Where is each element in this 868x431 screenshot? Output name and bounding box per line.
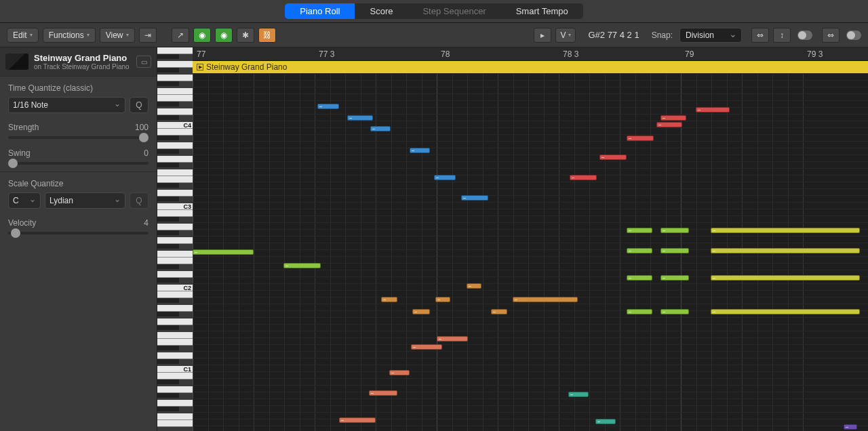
- automation-icon[interactable]: ↗: [172, 28, 189, 43]
- midi-note[interactable]: [193, 249, 254, 255]
- quantize-value-select[interactable]: 1/16 Note: [8, 97, 125, 113]
- quantize-button[interactable]: Q: [130, 97, 149, 113]
- chevron-down-icon: ▾: [30, 32, 33, 38]
- midi-note[interactable]: [660, 309, 689, 314]
- snap-select[interactable]: Division: [679, 28, 742, 43]
- midi-note[interactable]: [627, 228, 652, 233]
- velocity-label: Velocity: [8, 218, 36, 228]
- tool-select-label: V: [560, 30, 566, 40]
- bar-ruler[interactable]: 7777 37878 37979 3: [193, 47, 868, 61]
- midi-note[interactable]: [389, 370, 410, 375]
- midi-note[interactable]: [711, 309, 860, 314]
- functions-menu-label: Functions: [49, 30, 84, 40]
- midi-note[interactable]: [627, 136, 654, 141]
- midi-note[interactable]: [570, 175, 597, 180]
- midi-note[interactable]: [370, 126, 391, 131]
- midi-note[interactable]: [711, 248, 860, 253]
- edit-menu[interactable]: Edit▾: [7, 28, 39, 43]
- midi-note[interactable]: [513, 297, 578, 302]
- midi-in-icon[interactable]: ◉: [193, 28, 211, 43]
- velocity-slider[interactable]: [8, 232, 149, 234]
- midi-note[interactable]: [627, 309, 652, 314]
- tab-score[interactable]: Score: [355, 3, 408, 19]
- chevron-down-icon: ▾: [126, 32, 129, 38]
- midi-note[interactable]: [568, 392, 589, 397]
- midi-note[interactable]: [283, 263, 321, 268]
- swing-slider[interactable]: [8, 162, 149, 165]
- scale-mode-select[interactable]: Lydian: [45, 192, 125, 209]
- scale-quantize-button[interactable]: Q: [130, 192, 149, 209]
- midi-note[interactable]: [627, 275, 652, 281]
- midi-note[interactable]: [317, 104, 339, 109]
- zoom-vertical-icon[interactable]: ↕: [773, 28, 791, 43]
- ruler-mark: 79 3: [807, 49, 823, 59]
- piano-keyboard[interactable]: C4C3C2C1: [157, 47, 193, 431]
- functions-menu[interactable]: Functions▾: [43, 28, 96, 43]
- note-grid[interactable]: 7777 37878 37979 3 ▶ Steinway Grand Pian…: [193, 47, 868, 431]
- midi-note[interactable]: [491, 309, 507, 314]
- midi-note[interactable]: [467, 283, 481, 289]
- midi-note[interactable]: [339, 417, 376, 423]
- track-header: Steinway Grand Piano on Track Steinway G…: [0, 47, 157, 77]
- ruler-mark: 78: [441, 49, 450, 59]
- midi-note[interactable]: [656, 122, 682, 127]
- midi-note[interactable]: [411, 344, 442, 350]
- tab-step-sequencer[interactable]: Step Sequencer: [408, 3, 500, 19]
- tab-piano-roll[interactable]: Piano Roll: [285, 3, 355, 19]
- view-menu[interactable]: View▾: [100, 28, 135, 43]
- midi-note[interactable]: [711, 275, 860, 281]
- strength-slider[interactable]: [8, 136, 149, 139]
- midi-note[interactable]: [844, 424, 857, 430]
- midi-note[interactable]: [381, 297, 397, 302]
- velocity-value: 4: [144, 218, 149, 228]
- midi-note[interactable]: [434, 175, 456, 180]
- tab-smart-tempo[interactable]: Smart Tempo: [501, 3, 583, 19]
- scale-quantize-label: Scale Quantize: [8, 179, 149, 188]
- midi-note[interactable]: [660, 115, 686, 121]
- swing-label: Swing: [8, 148, 31, 158]
- midi-note[interactable]: [711, 228, 860, 233]
- midi-note[interactable]: [410, 148, 430, 153]
- midi-note[interactable]: [696, 107, 730, 112]
- vertical-zoom-slider[interactable]: [797, 30, 812, 40]
- ruler-mark: 77 3: [319, 49, 334, 59]
- midi-note[interactable]: [660, 248, 689, 253]
- zoom-horizontal-icon[interactable]: ⇔: [751, 28, 769, 43]
- grid-canvas[interactable]: [193, 73, 868, 431]
- link-icon[interactable]: ⛓: [258, 28, 276, 43]
- midi-note[interactable]: [435, 297, 450, 302]
- scale-root-select[interactable]: C: [8, 192, 41, 209]
- ruler-mark: 77: [197, 49, 205, 59]
- catch-icon[interactable]: ✱: [237, 28, 254, 43]
- editor-tabs-bar: Piano Roll Score Step Sequencer Smart Te…: [0, 0, 868, 23]
- midi-note[interactable]: [660, 275, 689, 281]
- midi-note[interactable]: [660, 228, 689, 233]
- midi-note[interactable]: [412, 309, 430, 314]
- midi-note[interactable]: [599, 155, 627, 160]
- main-area: Steinway Grand Piano on Track Steinway G…: [0, 47, 868, 431]
- region-header[interactable]: ▶ Steinway Grand Piano: [193, 61, 868, 73]
- midi-note[interactable]: [461, 195, 488, 201]
- track-subtitle: on Track Steinway Grand Piano: [34, 63, 131, 70]
- strength-label: Strength: [8, 123, 39, 132]
- horizontal-zoom-slider[interactable]: [846, 30, 861, 40]
- midi-note[interactable]: [627, 248, 652, 253]
- octave-label: C4: [183, 122, 191, 129]
- midi-note[interactable]: [369, 390, 397, 396]
- collapse-icon[interactable]: ⇥: [139, 28, 157, 43]
- octave-label: C2: [183, 285, 191, 291]
- midi-note[interactable]: [347, 115, 373, 121]
- midi-out-icon[interactable]: ◉: [215, 28, 233, 43]
- midi-note[interactable]: [595, 419, 616, 424]
- ruler-mark: 79: [685, 49, 694, 59]
- track-name: Steinway Grand Piano: [34, 53, 131, 63]
- inspector-sidebar: Steinway Grand Piano on Track Steinway G…: [0, 47, 157, 431]
- midi-note[interactable]: [437, 336, 468, 342]
- ruler-mark: 78 3: [563, 49, 578, 59]
- edit-menu-label: Edit: [13, 30, 27, 40]
- zoom-horizontal-icon-2[interactable]: ⇔: [822, 28, 840, 43]
- tool-select[interactable]: V▾: [555, 28, 576, 43]
- pointer-tool-icon[interactable]: ▸: [534, 28, 551, 43]
- track-options-button[interactable]: ▭: [136, 56, 151, 68]
- chevron-down-icon: ▾: [87, 32, 90, 38]
